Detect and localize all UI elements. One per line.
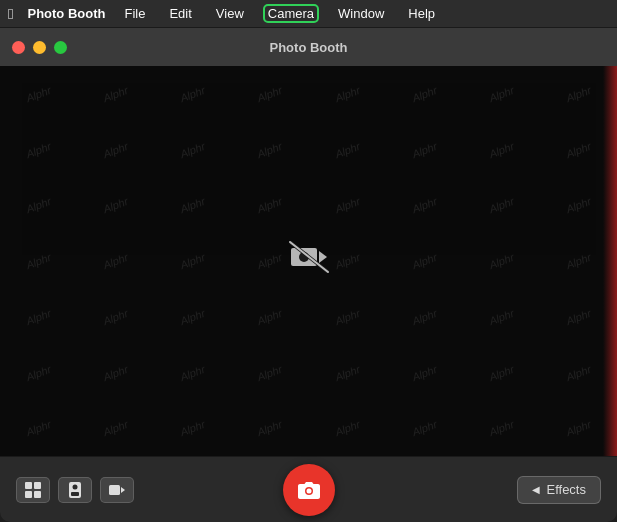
camera-view: Alphr Alphr Alphr Alphr Alphr Alphr Alph… (0, 66, 617, 456)
svg-rect-5 (25, 482, 32, 489)
svg-rect-11 (71, 492, 79, 496)
app-name[interactable]: Photo Booth (27, 6, 105, 21)
svg-rect-12 (109, 485, 120, 495)
menu-view[interactable]: View (211, 4, 249, 23)
minimize-button[interactable] (33, 41, 46, 54)
apple-menu[interactable]:  (8, 5, 13, 22)
svg-point-10 (73, 484, 78, 489)
menu-edit[interactable]: Edit (164, 4, 196, 23)
traffic-lights (12, 41, 67, 54)
svg-rect-8 (34, 491, 41, 498)
menu-help[interactable]: Help (403, 4, 440, 23)
grid-view-button[interactable] (16, 477, 50, 503)
red-accent (603, 66, 617, 456)
svg-rect-6 (34, 482, 41, 489)
main-window: Photo Booth Alphr Alphr Alphr Alphr Alph… (0, 28, 617, 522)
effects-chevron-icon: ◀ (532, 484, 540, 495)
bottom-bar: ◀ Effects (0, 456, 617, 522)
menu-bar:  Photo Booth File Edit View Camera Wind… (0, 0, 617, 28)
window-title: Photo Booth (270, 40, 348, 55)
camera-off-icon (289, 241, 329, 281)
capture-button[interactable] (283, 464, 335, 516)
svg-rect-7 (25, 491, 32, 498)
svg-point-15 (306, 488, 311, 493)
view-controls (16, 477, 134, 503)
portrait-view-button[interactable] (58, 477, 92, 503)
close-button[interactable] (12, 41, 25, 54)
svg-marker-4 (319, 251, 327, 263)
menu-file[interactable]: File (119, 4, 150, 23)
maximize-button[interactable] (54, 41, 67, 54)
capture-button-container (283, 464, 335, 516)
menu-window[interactable]: Window (333, 4, 389, 23)
title-bar: Photo Booth (0, 28, 617, 66)
effects-button[interactable]: ◀ Effects (517, 476, 601, 504)
menu-camera[interactable]: Camera (263, 4, 319, 23)
svg-marker-13 (121, 487, 125, 493)
video-view-button[interactable] (100, 477, 134, 503)
effects-label: Effects (546, 482, 586, 497)
